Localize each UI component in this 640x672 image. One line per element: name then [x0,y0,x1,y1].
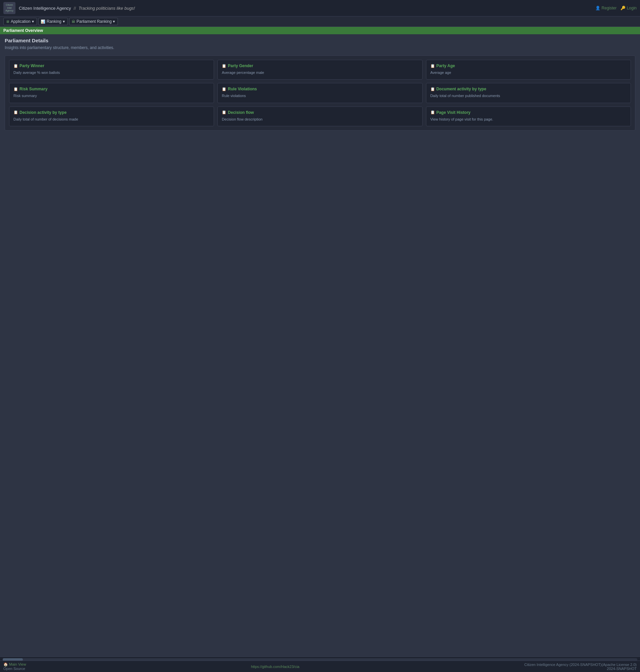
party-age-icon: 📋 [430,64,435,68]
tab-parliament-overview[interactable]: Parliament Overview [3,28,43,33]
page-title: Parliament Details [5,38,635,43]
card-document-activity[interactable]: 📋 Document activity by type Daily total … [426,83,631,103]
footer: 🏠 Main View Open Source https://github.c… [0,661,640,672]
navbar: 🖥 Application ▾ 📊 Ranking ▾ 🏛 Parliament… [0,16,640,27]
decision-flow-icon: 📋 [222,110,227,115]
login-link[interactable]: 🔑 Login [621,6,637,11]
footer-right: Citizen Intelligence Agency (2024-SNAPSH… [524,662,637,671]
app-name: Citizen Intelligence Agency [19,6,71,11]
page-description: Insights into parliamentary structure, m… [5,45,635,50]
app-logo: Citizen Intel Agency [3,2,15,14]
card-decision-flow[interactable]: 📋 Decision flow Decision flow descriptio… [217,106,422,126]
party-gender-icon: 📋 [222,64,227,68]
main-view-link[interactable]: 🏠 Main View [3,662,26,667]
github-link[interactable]: https://github.com/Hack23/cia [251,664,299,669]
card-risk-summary[interactable]: 📋 Risk Summary Risk summary [9,83,214,103]
copyright-label: Citizen Intelligence Agency (2024-SNAPSH… [524,662,637,667]
footer-left: 🏠 Main View Open Source [3,662,26,671]
version-label: 2024-SNAPSHOT [607,667,637,671]
cards-grid: 📋 Party Winner Daily average % won ballo… [9,60,631,126]
page-visit-history-icon: 📋 [430,110,435,115]
card-rule-violations[interactable]: 📋 Rule Violations Rule violations [217,83,422,103]
header-left: Citizen Intel Agency Citizen Intelligenc… [3,2,135,14]
document-activity-icon: 📋 [430,87,435,91]
page-content: Parliament Details Insights into parliam… [0,34,640,134]
register-link[interactable]: 👤 Register [595,6,616,11]
parliament-ranking-icon: 🏛 [72,19,75,24]
tab-bar: Parliament Overview [0,27,640,34]
open-source-label: Open Source [3,667,26,671]
card-page-visit-history[interactable]: 📋 Page Visit History View history of pag… [426,106,631,126]
party-winner-icon: 📋 [13,64,18,68]
card-decision-activity[interactable]: 📋 Decision activity by type Daily total … [9,106,214,126]
footer-center: https://github.com/Hack23/cia [251,664,299,669]
decision-activity-icon: 📋 [13,110,18,115]
app-title: Citizen Intelligence Agency // Tracking … [19,6,135,11]
risk-summary-icon: 📋 [13,87,18,91]
nav-ranking[interactable]: 📊 Ranking ▾ [38,18,68,25]
rule-violations-icon: 📋 [222,87,227,91]
nav-application[interactable]: 🖥 Application ▾ [3,18,37,25]
header-right: 👤 Register 🔑 Login [595,6,637,11]
app-tagline: Tracking politicians like bugs! [78,6,135,11]
application-icon: 🖥 [6,19,10,24]
cards-container: 📋 Party Winner Daily average % won ballo… [5,56,635,131]
card-party-winner[interactable]: 📋 Party Winner Daily average % won ballo… [9,60,214,79]
header: Citizen Intel Agency Citizen Intelligenc… [0,0,640,16]
ranking-icon: 📊 [41,19,45,24]
card-party-gender[interactable]: 📋 Party Gender Average percentage male [217,60,422,79]
card-party-age[interactable]: 📋 Party Age Average age [426,60,631,79]
nav-parliament-ranking[interactable]: 🏛 Parliament Ranking ▾ [69,18,118,25]
